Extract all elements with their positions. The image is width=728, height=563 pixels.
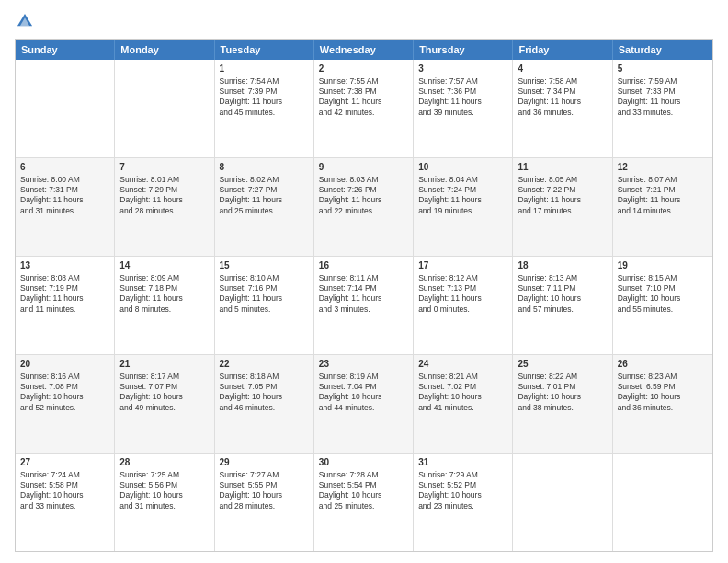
calendar-header: SundayMondayTuesdayWednesdayThursdayFrid… — [16, 40, 712, 60]
day-number: 20 — [20, 358, 109, 371]
calendar-cell: 28Sunrise: 7:25 AMSunset: 5:56 PMDayligh… — [115, 454, 214, 551]
day-info: Sunset: 7:34 PM — [518, 86, 607, 97]
calendar-row-0: 1Sunrise: 7:54 AMSunset: 7:39 PMDaylight… — [16, 60, 712, 158]
calendar-cell: 15Sunrise: 8:10 AMSunset: 7:16 PMDayligh… — [215, 257, 314, 354]
calendar-cell: 2Sunrise: 7:55 AMSunset: 7:38 PMDaylight… — [314, 60, 414, 157]
day-info: and 14 minutes. — [618, 206, 708, 216]
day-info: Sunrise: 7:25 AM — [119, 470, 209, 480]
day-info: and 19 minutes. — [418, 206, 507, 216]
day-info: Daylight: 10 hours — [220, 392, 309, 402]
day-info: Sunset: 7:39 PM — [220, 86, 309, 97]
day-info: Daylight: 10 hours — [518, 392, 607, 402]
calendar-cell: 23Sunrise: 8:19 AMSunset: 7:04 PMDayligh… — [314, 355, 414, 453]
calendar-cell: 1Sunrise: 7:54 AMSunset: 7:39 PMDaylight… — [215, 60, 314, 157]
day-info: Sunset: 7:11 PM — [518, 283, 607, 293]
header-day-sunday: Sunday — [16, 40, 115, 60]
calendar-cell: 17Sunrise: 8:12 AMSunset: 7:13 PMDayligh… — [414, 257, 513, 354]
day-info: Sunrise: 8:11 AM — [319, 273, 408, 283]
day-number: 29 — [220, 456, 309, 469]
day-info: Sunset: 5:54 PM — [319, 480, 408, 490]
day-info: Sunset: 6:59 PM — [618, 382, 708, 392]
calendar-body: 1Sunrise: 7:54 AMSunset: 7:39 PMDaylight… — [16, 60, 712, 551]
day-number: 1 — [220, 63, 309, 75]
day-info: Daylight: 11 hours — [418, 97, 507, 107]
day-info: Sunrise: 8:07 AM — [618, 175, 708, 185]
day-info: and 28 minutes. — [119, 206, 209, 216]
day-info: Sunset: 7:29 PM — [119, 185, 209, 195]
day-info: Daylight: 11 hours — [319, 293, 408, 304]
header-day-monday: Monday — [115, 40, 214, 60]
day-number: 12 — [618, 161, 708, 174]
calendar-cell: 19Sunrise: 8:15 AMSunset: 7:10 PMDayligh… — [613, 257, 712, 354]
day-info: Sunrise: 8:19 AM — [319, 372, 408, 382]
day-info: Sunset: 5:58 PM — [20, 480, 109, 490]
day-info: Daylight: 10 hours — [20, 392, 109, 402]
day-info: and 31 minutes. — [119, 501, 209, 511]
day-info: Daylight: 11 hours — [20, 195, 109, 205]
day-info: Sunrise: 7:24 AM — [20, 470, 109, 480]
day-number: 21 — [119, 358, 209, 371]
calendar-cell: 26Sunrise: 8:23 AMSunset: 6:59 PMDayligh… — [613, 355, 712, 453]
day-info: Sunrise: 7:27 AM — [220, 470, 309, 480]
calendar-cell: 21Sunrise: 8:17 AMSunset: 7:07 PMDayligh… — [115, 355, 214, 453]
day-info: Sunset: 7:10 PM — [618, 283, 708, 293]
day-info: Daylight: 10 hours — [618, 293, 708, 304]
day-info: Sunrise: 8:08 AM — [20, 273, 109, 283]
day-info: Daylight: 11 hours — [119, 293, 209, 304]
day-info: Sunset: 5:52 PM — [418, 480, 507, 490]
day-info: Sunrise: 8:01 AM — [119, 175, 209, 185]
day-info: Daylight: 11 hours — [618, 195, 708, 205]
day-info: Sunset: 7:07 PM — [119, 382, 209, 392]
calendar-cell: 30Sunrise: 7:28 AMSunset: 5:54 PMDayligh… — [314, 454, 414, 551]
calendar-cell: 14Sunrise: 8:09 AMSunset: 7:18 PMDayligh… — [115, 257, 214, 354]
day-info: Sunrise: 8:10 AM — [220, 273, 309, 283]
day-info: Sunrise: 8:05 AM — [518, 175, 607, 185]
day-info: Daylight: 11 hours — [319, 195, 408, 205]
calendar-row-1: 6Sunrise: 8:00 AMSunset: 7:31 PMDaylight… — [16, 158, 712, 257]
day-info: Sunrise: 8:18 AM — [220, 372, 309, 382]
day-info: and 36 minutes. — [518, 108, 607, 118]
day-info: and 23 minutes. — [418, 501, 507, 511]
calendar-cell: 16Sunrise: 8:11 AMSunset: 7:14 PMDayligh… — [314, 257, 414, 354]
header-day-friday: Friday — [513, 40, 612, 60]
day-info: Sunset: 7:01 PM — [518, 382, 607, 392]
day-info: Sunset: 7:02 PM — [418, 382, 507, 392]
header — [15, 11, 713, 31]
calendar-cell: 13Sunrise: 8:08 AMSunset: 7:19 PMDayligh… — [16, 257, 115, 354]
day-info: and 57 minutes. — [518, 304, 607, 315]
day-number: 14 — [119, 259, 209, 272]
day-info: Sunrise: 7:55 AM — [319, 76, 408, 86]
day-info: Daylight: 10 hours — [319, 490, 408, 500]
day-info: and 49 minutes. — [119, 403, 209, 413]
day-info: Sunset: 7:05 PM — [220, 382, 309, 392]
day-info: and 5 minutes. — [220, 304, 309, 315]
header-day-thursday: Thursday — [414, 40, 513, 60]
calendar-cell: 25Sunrise: 8:22 AMSunset: 7:01 PMDayligh… — [513, 355, 612, 453]
calendar-cell: 22Sunrise: 8:18 AMSunset: 7:05 PMDayligh… — [215, 355, 314, 453]
day-info: Sunset: 7:27 PM — [220, 185, 309, 195]
day-info: Sunset: 7:14 PM — [319, 283, 408, 293]
day-info: Sunset: 7:24 PM — [418, 185, 507, 195]
day-info: Daylight: 10 hours — [418, 490, 507, 500]
day-info: Daylight: 11 hours — [518, 97, 607, 107]
day-number: 16 — [319, 259, 408, 272]
day-info: and 31 minutes. — [20, 206, 109, 216]
day-number: 5 — [618, 63, 708, 75]
calendar-cell: 20Sunrise: 8:16 AMSunset: 7:08 PMDayligh… — [16, 355, 115, 453]
calendar-cell: 11Sunrise: 8:05 AMSunset: 7:22 PMDayligh… — [513, 158, 612, 256]
day-info: Sunset: 7:19 PM — [20, 283, 109, 293]
calendar-cell: 18Sunrise: 8:13 AMSunset: 7:11 PMDayligh… — [513, 257, 612, 354]
day-number: 17 — [418, 259, 507, 272]
day-number: 27 — [20, 456, 109, 469]
calendar-cell: 6Sunrise: 8:00 AMSunset: 7:31 PMDaylight… — [16, 158, 115, 256]
day-info: and 28 minutes. — [220, 501, 309, 511]
day-info: and 33 minutes. — [618, 108, 708, 118]
day-info: Sunrise: 7:29 AM — [418, 470, 507, 480]
day-info: Sunset: 5:56 PM — [119, 480, 209, 490]
day-info: Sunrise: 7:58 AM — [518, 76, 607, 86]
day-info: and 8 minutes. — [119, 304, 209, 315]
calendar-cell: 7Sunrise: 8:01 AMSunset: 7:29 PMDaylight… — [115, 158, 214, 256]
day-info: Sunset: 7:26 PM — [319, 185, 408, 195]
calendar-row-2: 13Sunrise: 8:08 AMSunset: 7:19 PMDayligh… — [16, 257, 712, 355]
day-number: 22 — [220, 358, 309, 371]
